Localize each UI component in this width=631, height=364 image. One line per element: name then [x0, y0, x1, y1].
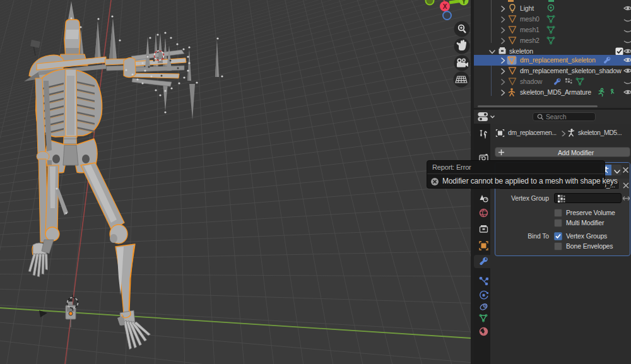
svg-text:X: X: [443, 3, 447, 10]
svg-text:Y: Y: [462, 0, 466, 5]
